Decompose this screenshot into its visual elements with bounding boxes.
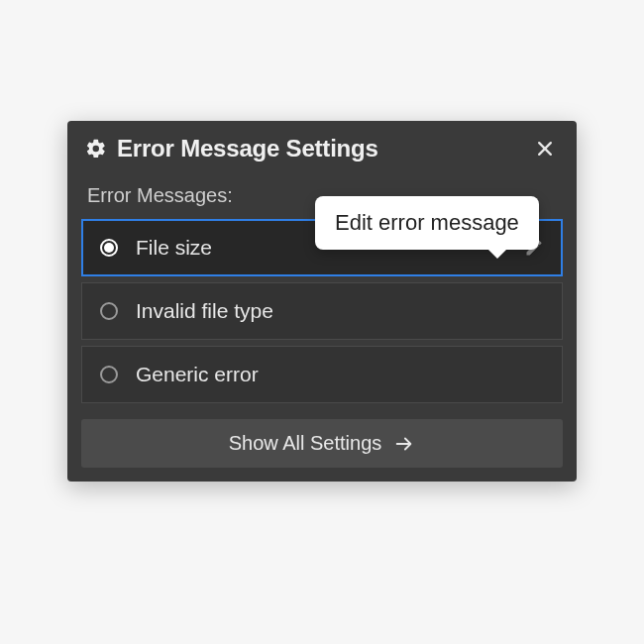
settings-panel: Error Message Settings Error Messages: F…: [67, 121, 577, 482]
close-icon: [535, 139, 555, 159]
edit-tooltip: Edit error message: [315, 196, 539, 250]
panel-header: Error Message Settings: [67, 121, 577, 174]
radio-indicator: [100, 366, 118, 383]
show-all-settings-button[interactable]: Show All Settings: [81, 419, 563, 468]
close-button[interactable]: [531, 135, 559, 162]
row-label: Generic error: [136, 363, 544, 386]
panel-title: Error Message Settings: [117, 135, 531, 162]
gear-icon: [85, 138, 107, 160]
radio-indicator: [100, 239, 118, 257]
arrow-right-icon: [393, 433, 415, 455]
footer-button-label: Show All Settings: [229, 432, 382, 455]
radio-indicator: [100, 302, 118, 320]
row-label: Invalid file type: [136, 299, 544, 323]
error-row-invalid-file-type[interactable]: Invalid file type: [81, 282, 563, 340]
error-row-generic-error[interactable]: Generic error: [81, 346, 563, 403]
